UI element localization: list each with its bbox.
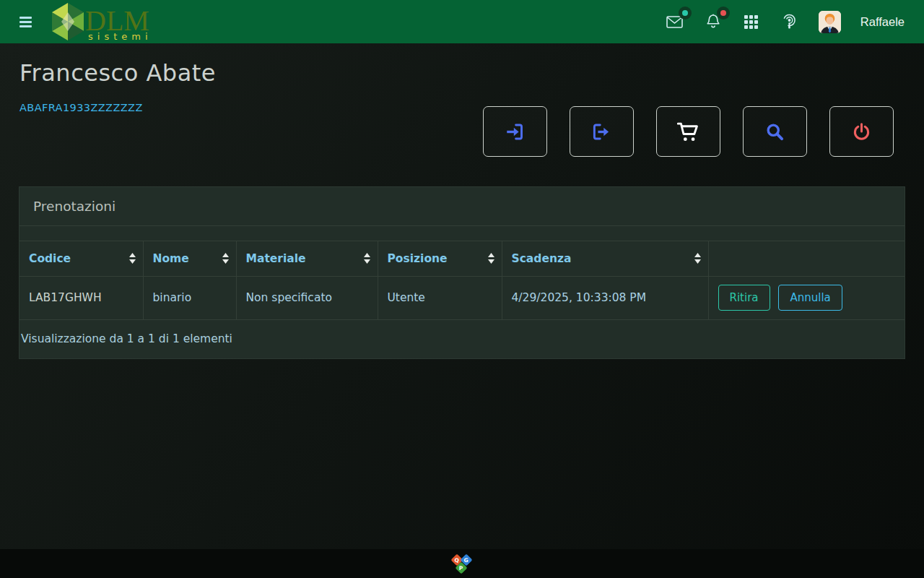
main-content: Francesco Abate ABAFRA1933ZZZZZZZ bbox=[0, 43, 924, 578]
panel-title: Prenotazioni bbox=[19, 187, 905, 226]
broadcast-button[interactable] bbox=[780, 12, 799, 31]
column-header-nome[interactable]: Nome bbox=[143, 241, 236, 276]
reservations-table: Codice Nome bbox=[19, 241, 905, 320]
cell-scadenza: 4/29/2025, 10:33:08 PM bbox=[502, 276, 708, 319]
power-icon bbox=[852, 122, 871, 142]
table-row: LAB17GHWH binario Non specificato Utente… bbox=[19, 276, 905, 319]
cell-posizione: Utente bbox=[378, 276, 502, 319]
reservations-panel: Prenotazioni Codice bbox=[19, 186, 905, 359]
podcast-icon bbox=[782, 14, 797, 30]
avatar-image bbox=[819, 11, 841, 33]
sort-icon[interactable] bbox=[129, 253, 136, 264]
sort-icon[interactable] bbox=[694, 253, 701, 264]
notifications-badge bbox=[717, 7, 730, 20]
checkin-button[interactable] bbox=[483, 106, 547, 157]
sign-in-icon bbox=[505, 122, 525, 142]
app-footer: Q G P bbox=[0, 549, 924, 578]
sort-icon[interactable] bbox=[364, 253, 370, 264]
column-header-posizione[interactable]: Posizione bbox=[378, 241, 502, 276]
cell-nome: binario bbox=[143, 276, 236, 319]
sort-icon[interactable] bbox=[222, 253, 229, 264]
notifications-button[interactable] bbox=[704, 12, 723, 31]
hamburger-menu-icon[interactable] bbox=[15, 12, 35, 32]
navbar-right-group: Raffaele bbox=[666, 11, 905, 33]
table-toolbar bbox=[19, 226, 905, 241]
cell-materiale: Non specificato bbox=[236, 276, 378, 319]
column-header-codice[interactable]: Codice bbox=[19, 241, 143, 276]
column-header-scadenza[interactable]: Scadenza bbox=[502, 241, 708, 276]
sign-out-icon bbox=[592, 122, 611, 142]
messages-badge bbox=[679, 7, 692, 20]
svg-text:sistemi: sistemi bbox=[88, 31, 149, 41]
ritira-button[interactable]: Ritira bbox=[718, 285, 770, 311]
dlm-logo-icon: DLM sistemi bbox=[48, 2, 149, 41]
cart-button[interactable] bbox=[656, 106, 720, 157]
annulla-button[interactable]: Annulla bbox=[778, 285, 842, 311]
sort-icon[interactable] bbox=[488, 253, 494, 264]
fiscal-code-link[interactable]: ABAFRA1933ZZZZZZZ bbox=[19, 102, 143, 113]
shopping-cart-icon bbox=[677, 121, 699, 142]
search-icon bbox=[765, 122, 785, 142]
column-header-actions bbox=[708, 241, 905, 276]
cell-actions: Ritira Annulla bbox=[708, 276, 905, 319]
user-avatar[interactable] bbox=[819, 11, 841, 33]
page-title: Francesco Abate bbox=[19, 59, 216, 87]
apps-button[interactable] bbox=[742, 12, 761, 31]
action-bar bbox=[483, 106, 894, 157]
username-label[interactable]: Raffaele bbox=[860, 15, 905, 29]
table-summary: Visualizzazione da 1 a 1 di 1 elementi bbox=[19, 320, 905, 358]
table-header-row: Codice Nome bbox=[19, 241, 905, 276]
qpg-footer-logo: Q G P bbox=[452, 553, 472, 574]
search-button[interactable] bbox=[743, 106, 807, 157]
brand-logo[interactable]: DLM sistemi bbox=[48, 0, 149, 43]
column-header-materiale[interactable]: Materiale bbox=[236, 241, 378, 276]
messages-button[interactable] bbox=[666, 12, 684, 31]
cell-codice: LAB17GHWH bbox=[19, 276, 143, 319]
member-header: Francesco Abate ABAFRA1933ZZZZZZZ bbox=[19, 59, 216, 114]
top-navbar: DLM sistemi bbox=[0, 0, 924, 43]
checkout-button[interactable] bbox=[570, 106, 634, 157]
power-button[interactable] bbox=[829, 106, 894, 157]
grid-icon bbox=[744, 15, 758, 29]
